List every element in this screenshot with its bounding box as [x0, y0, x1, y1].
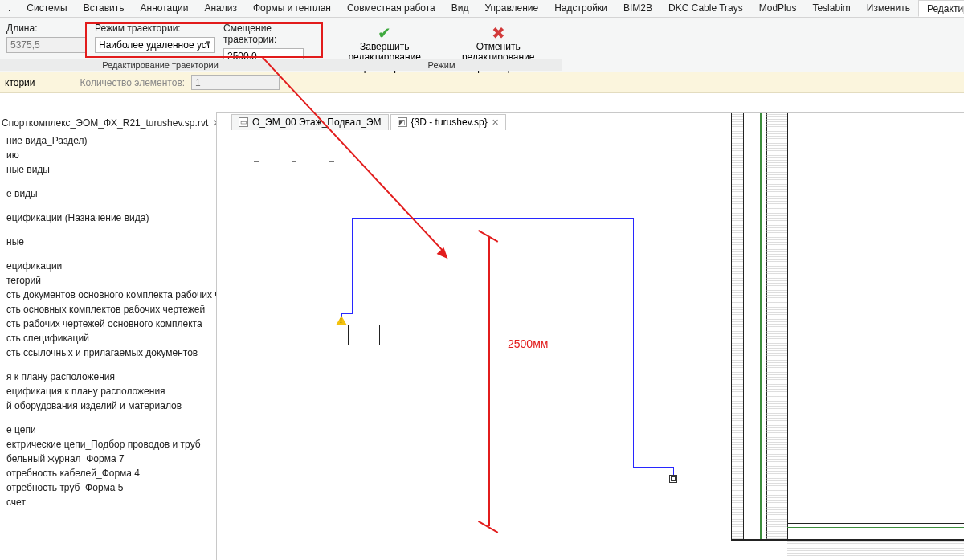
view-tab-3d[interactable]: ◩ {3D - turushev.sp} ✕ [390, 114, 506, 130]
close-icon: ✖ [492, 24, 505, 42]
tab-annotate[interactable]: Аннотации [133, 0, 197, 17]
list-item[interactable]: й оборудования изделий и материалов [2, 399, 211, 413]
list-item[interactable]: ные [2, 235, 211, 249]
path-segment [352, 218, 633, 219]
tab-manage[interactable]: Управление [476, 0, 546, 17]
list-item[interactable]: сть основных комплектов рабочих чертежей [2, 302, 211, 317]
view-tab-plan[interactable]: ▭ О_ЭМ_00 Этаж_Подвал_ЭМ [231, 114, 389, 130]
tab-modify[interactable]: Изменить [859, 0, 918, 17]
list-item[interactable]: ецификации (Назначение вида) [2, 211, 211, 225]
tab-addins[interactable]: Надстройки [546, 0, 615, 17]
tab-insert[interactable]: Вставить [76, 0, 133, 17]
path-segment [352, 218, 353, 314]
file-name: Спорткомплекс_ЭОМ_ФХ_R21_turushev.sp.rvt [2, 117, 208, 129]
architectural-section [731, 113, 964, 560]
browser-tree[interactable]: ние вида_Раздел) ию ные виды е виды ециф… [2, 133, 211, 509]
list-item[interactable]: сть рабочих чертежей основного комплекта [2, 317, 211, 331]
tab-arch[interactable]: . [0, 0, 18, 17]
close-icon[interactable]: ✕ [492, 117, 499, 128]
length-label: Длина: [6, 22, 87, 34]
list-item[interactable]: ецификация к плану расположения [2, 384, 211, 399]
annotation-dimension-line [488, 237, 490, 526]
tick-icon [329, 161, 334, 162]
list-item[interactable]: сть документов основного комплекта рабоч… [2, 288, 211, 302]
list-item[interactable]: сть спецификаций [2, 331, 211, 345]
tab-massing[interactable]: Формы и генплан [245, 0, 339, 17]
list-item[interactable]: счет [2, 495, 211, 509]
view-tabs: ▭ О_ЭМ_00 Этаж_Подвал_ЭМ ◩ {3D - turushe… [231, 112, 508, 130]
tab-analyze[interactable]: Анализ [196, 0, 245, 17]
tick-icon [254, 161, 259, 162]
list-item[interactable]: ные виды [2, 162, 211, 177]
list-item[interactable]: бельный журнал_Форма 7 [2, 452, 211, 466]
list-item[interactable]: ецификации [2, 259, 211, 273]
tab-edit-path[interactable]: Редактирование траектории [918, 0, 964, 17]
path-segment [633, 218, 634, 467]
check-icon: ✔ [378, 24, 391, 42]
annotation-highlight-box [85, 22, 323, 58]
plan-icon: ▭ [239, 117, 248, 127]
list-item[interactable]: сть ссылочных и прилагаемых документов [2, 345, 211, 360]
list-item[interactable]: е цепи [2, 423, 211, 437]
options-label-left: ктории [5, 77, 35, 88]
tab-teslabim[interactable]: Teslabim [804, 0, 858, 17]
path-segment [633, 467, 673, 468]
options-bar: ктории Количество элементов: [0, 72, 964, 93]
list-item[interactable]: ию [2, 148, 211, 162]
tab-view[interactable]: Вид [443, 0, 477, 17]
list-item[interactable]: я к плану расположения [2, 370, 211, 384]
count-input[interactable] [191, 75, 280, 90]
cube-icon: ◩ [398, 117, 407, 127]
ribbon-tabs: . Системы Вставить Аннотации Анализ Форм… [0, 0, 964, 18]
list-item[interactable]: ние вида_Раздел) [2, 133, 211, 148]
panel-title-mode: Режим [321, 59, 562, 71]
tab-dkc[interactable]: DKC Cable Trays [660, 0, 751, 17]
electrical-device[interactable] [348, 325, 380, 345]
list-item[interactable]: е виды [2, 186, 211, 201]
path-endpoint[interactable] [669, 475, 677, 483]
annotation-dimension-text: 2500мм [508, 337, 548, 350]
drawing-canvas[interactable] [217, 112, 964, 560]
list-item[interactable]: отребность труб_Форма 5 [2, 480, 211, 495]
project-browser[interactable]: Спорткомплекс_ЭОМ_ФХ_R21_turushev.sp.rvt… [0, 112, 217, 560]
workspace: Спорткомплекс_ЭОМ_ФХ_R21_turushev.sp.rvt… [0, 112, 964, 560]
tick-icon [292, 161, 296, 162]
tab-modplus[interactable]: ModPlus [751, 0, 805, 17]
count-label: Количество элементов: [80, 77, 186, 88]
list-item[interactable]: отребность кабелей_Форма 4 [2, 466, 211, 480]
tab-systems[interactable]: Системы [18, 0, 75, 17]
tab-bim2b[interactable]: BIM2B [615, 0, 660, 17]
tab-collaborate[interactable]: Совместная работа [339, 0, 443, 17]
list-item[interactable]: тегорий [2, 273, 211, 288]
list-item[interactable]: ектрические цепи_Подбор проводов и труб [2, 437, 211, 452]
warning-icon [336, 316, 347, 325]
path-segment [341, 313, 352, 314]
view-tab-label: О_ЭМ_00 Этаж_Подвал_ЭМ [252, 116, 382, 128]
length-input[interactable] [6, 37, 87, 53]
view-tab-label: {3D - turushev.sp} [411, 116, 488, 128]
